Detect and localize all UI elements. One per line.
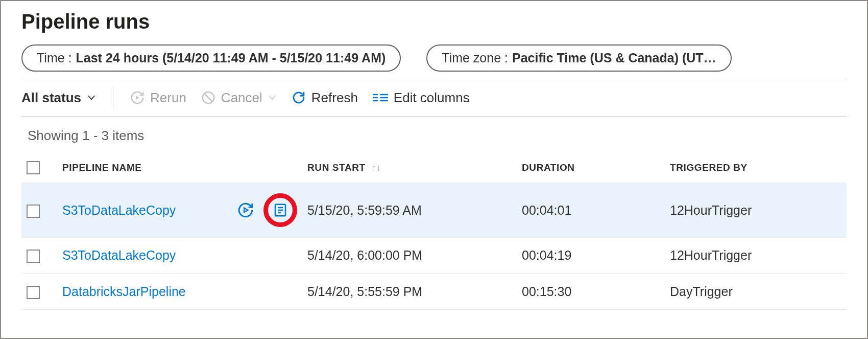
- edit-columns-button[interactable]: Edit columns: [372, 90, 470, 106]
- chevron-down-icon: [268, 93, 277, 102]
- refresh-icon: [291, 90, 306, 105]
- edit-columns-label: Edit columns: [394, 90, 470, 106]
- pipeline-name-link[interactable]: S3ToDataLakeCopy: [62, 248, 176, 263]
- filter-row: Time : Last 24 hours (5/14/20 11:49 AM -…: [21, 44, 847, 72]
- column-header-run-start-label: Run start: [307, 162, 366, 173]
- time-filter-prefix: Time :: [37, 51, 72, 65]
- pipeline-name-link[interactable]: DatabricksJarPipeline: [62, 284, 186, 299]
- timezone-filter-pill[interactable]: Time zone : Pacific Time (US & Canada) (…: [426, 44, 731, 72]
- row-checkbox[interactable]: [27, 250, 40, 263]
- column-header-name[interactable]: Pipeline name: [57, 153, 302, 183]
- row-checkbox[interactable]: [27, 286, 40, 299]
- table-row[interactable]: S3ToDataLakeCopy5/15/20, 5:59:59 AM00:04…: [21, 183, 847, 238]
- column-header-run-start[interactable]: Run start ↑↓: [302, 153, 517, 183]
- item-count-text: Showing 1 - 3 items: [21, 117, 847, 153]
- pipeline-runs-table: Pipeline name Run start ↑↓ Duration Trig…: [21, 153, 847, 310]
- row-checkbox[interactable]: [27, 205, 40, 218]
- duration-cell: 00:04:19: [517, 238, 665, 274]
- pipeline-name-link[interactable]: S3ToDataLakeCopy: [62, 203, 176, 218]
- cancel-icon: [201, 90, 216, 105]
- page-title: Pipeline runs: [21, 10, 847, 33]
- duration-cell: 00:15:30: [517, 274, 665, 309]
- rerun-label: Rerun: [150, 90, 186, 106]
- sort-indicator-icon: ↑↓: [372, 163, 381, 173]
- column-header-duration[interactable]: Duration: [517, 153, 665, 183]
- table-row[interactable]: S3ToDataLakeCopy5/14/20, 6:00:00 PM00:04…: [21, 238, 847, 274]
- toolbar: All status Rerun Cancel Refresh: [21, 79, 847, 117]
- cancel-label: Cancel: [221, 90, 262, 106]
- timezone-filter-prefix: Time zone :: [442, 51, 508, 65]
- run-start-cell: 5/14/20, 6:00:00 PM: [302, 238, 517, 274]
- refresh-button[interactable]: Refresh: [291, 90, 358, 106]
- duration-cell: 00:04:01: [517, 183, 665, 238]
- cancel-button: Cancel: [201, 90, 277, 106]
- column-header-triggered-by[interactable]: Triggered by: [665, 153, 847, 183]
- triggered-by-cell: 12HourTrigger: [665, 183, 847, 238]
- toolbar-separator: [113, 86, 113, 109]
- status-filter-dropdown[interactable]: All status: [21, 90, 97, 106]
- highlight-annotation: [263, 193, 297, 227]
- triggered-by-cell: 12HourTrigger: [665, 238, 847, 274]
- time-filter-pill[interactable]: Time : Last 24 hours (5/14/20 11:49 AM -…: [21, 44, 401, 72]
- run-start-cell: 5/14/20, 5:55:59 PM: [302, 274, 517, 309]
- refresh-label: Refresh: [311, 90, 358, 106]
- triggered-by-cell: DayTrigger: [665, 274, 847, 309]
- select-all-checkbox[interactable]: [27, 161, 40, 174]
- status-filter-label: All status: [21, 90, 81, 106]
- rerun-row-icon[interactable]: [237, 201, 254, 219]
- chevron-down-icon: [86, 93, 97, 103]
- select-all-header[interactable]: [21, 153, 57, 183]
- time-filter-value: Last 24 hours (5/14/20 11:49 AM - 5/15/2…: [76, 51, 386, 65]
- timezone-filter-value: Pacific Time (US & Canada) (UT…: [512, 51, 716, 65]
- columns-icon: [372, 90, 389, 105]
- rerun-icon: [130, 90, 145, 105]
- consumption-report-icon[interactable]: [273, 202, 288, 218]
- table-row[interactable]: DatabricksJarPipeline5/14/20, 5:55:59 PM…: [21, 274, 847, 309]
- svg-line-1: [204, 94, 212, 102]
- rerun-button: Rerun: [130, 90, 186, 106]
- run-start-cell: 5/15/20, 5:59:59 AM: [302, 183, 517, 238]
